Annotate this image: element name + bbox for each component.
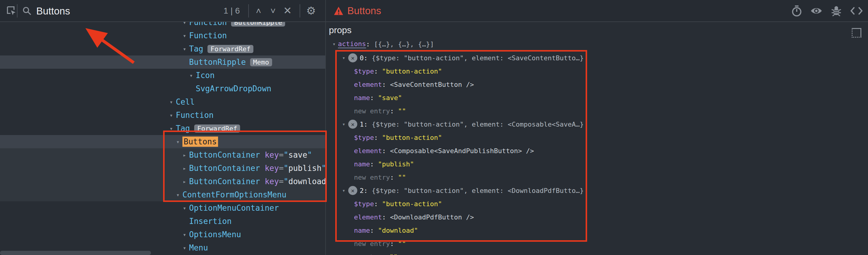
component-name: Tag [189,44,203,53]
clear-search-button[interactable]: ✕ [281,0,294,22]
search-input[interactable] [36,0,206,22]
props-token: : [382,213,390,221]
log-bug-icon[interactable] [831,5,842,17]
tree-expand-arrow-icon[interactable]: ▾ [180,45,189,52]
props-expand-arrow-icon[interactable]: ▾ [340,121,348,127]
props-token: <DownloadPdfButton /> [390,213,474,221]
tree-row-tag[interactable]: ▾TagForwardRef [0,42,325,56]
props-row[interactable]: $type: "button-action" [354,131,442,144]
props-row[interactable]: element: <DownloadPdfButton /> [354,210,474,224]
tree-row-optionmenucontainer[interactable]: ▾OptionMenuContainer [0,202,325,215]
tree-row-buttoncontainer[interactable]: ▸ButtonContainer key="publish" [0,161,325,175]
props-row[interactable]: new entry: "" [354,104,406,117]
tree-expand-arrow-icon[interactable]: ▾ [187,72,196,79]
suspense-stopwatch-icon[interactable] [791,5,802,17]
component-name: Cell [176,97,195,106]
view-source-code-icon[interactable] [850,5,863,17]
props-token: : [364,120,372,128]
component-name: Function [189,31,227,40]
tree-row-icon[interactable]: ▾Icon [0,69,325,82]
tree-expand-arrow-icon[interactable]: ▾ [173,138,182,145]
previous-result-button[interactable]: ˄ [252,0,265,22]
tree-horizontal-scrollbar[interactable] [0,251,151,255]
tree-row-tag[interactable]: ▾TagForwardRef [0,122,325,135]
tree-expand-arrow-icon[interactable]: ▸ [180,178,189,185]
props-row[interactable]: name: "publish" [354,157,414,171]
props-token: element [354,213,382,221]
props-token: "download" [378,227,418,234]
tree-row-buttonripple[interactable]: ButtonRippleMemo [0,56,325,69]
props-token: "button-action" [382,134,442,141]
hoc-badge: ButtonRipple [231,22,285,27]
props-expand-arrow-icon[interactable]: ▾ [340,55,348,61]
tree-expand-arrow-icon[interactable]: ▾ [180,32,189,39]
component-key: = [279,164,284,173]
props-expand-arrow-icon[interactable]: ▾ [330,41,338,47]
props-row[interactable]: ▾✕1: {$type: "button-action", element: <… [340,117,584,131]
tree-row-function[interactable]: ▾Function [0,29,325,42]
inspect-dom-eye-icon[interactable] [810,5,823,17]
props-row[interactable]: name: "download" [354,224,418,237]
tree-expand-arrow-icon[interactable]: ▸ [180,165,189,172]
hoc-badge: ForwardRef [208,45,253,53]
props-token: "button-action" [382,68,442,75]
tree-row-cell[interactable]: ▾Cell [0,95,325,109]
tree-row-function[interactable]: ▾FunctionButtonRipple [0,22,325,29]
component-name: SvgArrowDropDown [196,84,271,93]
tree-row-buttoncontainer[interactable]: ▸ButtonContainer key="save" [0,148,325,161]
tree-expand-arrow-icon[interactable]: ▾ [167,112,176,118]
tree-expand-arrow-icon[interactable]: ▾ [167,125,176,132]
tree-row-optionsmenu[interactable]: ▾OptionsMenu [0,228,325,241]
component-key: " [284,150,288,159]
tree-expand-arrow-icon[interactable]: ▾ [173,191,182,198]
tree-row-svgarrowdropdown[interactable]: SvgArrowDropDown [0,82,325,95]
tree-expand-arrow-icon[interactable]: ▾ [180,205,189,211]
props-token: 1 [360,120,364,128]
props-token: : [370,227,378,234]
props-row[interactable]: element: <Composable<SaveAndPublishButto… [354,144,534,157]
tree-row-contentformoptionsmenu[interactable]: ▾ContentFormOptionsMenu [0,188,325,202]
props-token: $type [354,200,374,208]
tree-expand-arrow-icon[interactable]: ▾ [180,245,189,251]
tree-row-function[interactable]: ▾Function [0,109,325,122]
component-name: Icon [196,71,215,80]
component-name: Menu [189,243,208,252]
props-expand-arrow-icon[interactable]: ▾ [340,187,348,193]
tree-expand-arrow-icon[interactable]: ▾ [180,22,189,26]
props-row[interactable]: new entry: "" [354,237,406,250]
next-result-button[interactable]: ˅ [267,0,280,22]
props-token: : [370,160,378,168]
props-token: : [390,174,398,181]
tree-expand-arrow-icon[interactable]: ▸ [180,152,189,158]
props-token: 2 [360,187,364,194]
props-token: "button-action" [382,200,442,208]
props-token: : [364,187,372,194]
tree-expand-arrow-icon[interactable]: ▾ [180,231,189,238]
props-token: "" [398,107,406,115]
component-name: ButtonContainer [189,164,260,173]
component-key: save [288,150,307,159]
props-token: $type [354,134,374,141]
props-row[interactable]: element: <SaveContentButton /> [354,78,474,91]
tree-row-insertion[interactable]: Insertion [0,215,325,228]
component-name: OptionMenuContainer [189,204,279,213]
props-row[interactable]: $type: "button-action" [354,65,442,78]
tree-row-buttoncontainer[interactable]: ▸ButtonContainer key="download" [0,175,325,188]
tree-expand-arrow-icon[interactable]: ▾ [167,99,176,105]
props-row[interactable]: ▾✕0: {$type: "button-action", element: <… [340,51,584,65]
expand-panel-icon[interactable] [852,28,861,38]
inspect-element-icon[interactable] [5,5,18,17]
props-row[interactable]: $type: "button-action" [354,197,442,210]
tree-row-buttons[interactable]: ▾Buttons [0,135,325,148]
props-row[interactable]: name: "save" [354,91,402,104]
props-row[interactable]: new entry: "" [354,171,406,184]
props-token: : [390,107,398,115]
props-row[interactable]: ▾✕2: {$type: "button-action", element: <… [340,184,584,197]
component-name: ButtonContainer [189,150,260,159]
component-name: Buttons [182,137,218,147]
props-row[interactable]: new entry: "" [345,250,398,255]
props-row[interactable]: ▾actions: [{…}, {…}, {…}] [330,37,434,51]
props-token: {$type: "button-action", element: <Downl… [372,187,584,194]
settings-gear-icon[interactable]: ⚙ [304,0,318,22]
props-token: {$type: "button-action", element: <SaveC… [372,54,584,62]
